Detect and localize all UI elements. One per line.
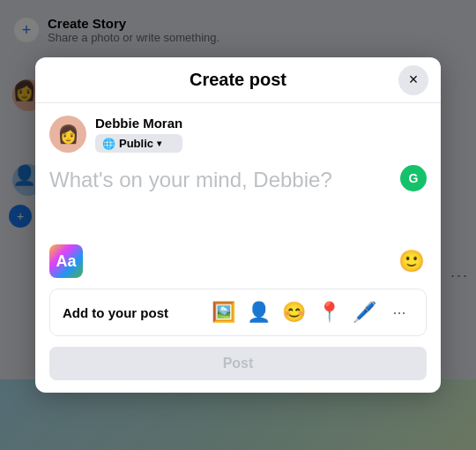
add-to-post-bar: Add to your post 🖼️ 👤 😊 📍 🖊 — [49, 289, 427, 336]
modal-title: Create post — [190, 70, 286, 90]
close-icon: × — [409, 71, 419, 89]
user-row: 👩 Debbie Moran 🌐 Public ▾ — [49, 116, 427, 153]
privacy-label: Public — [119, 137, 153, 150]
user-info: Debbie Moran 🌐 Public ▾ — [95, 116, 182, 153]
bottom-icons-row: Aa 🙂 — [49, 244, 427, 278]
post-input-area: What's on your mind, Debbie? G — [49, 165, 427, 236]
modal-header: Create post × — [35, 57, 441, 103]
tag-people-button[interactable]: 👤 — [244, 298, 272, 326]
feeling-icon: 😊 — [282, 301, 306, 324]
close-button[interactable]: × — [398, 65, 428, 95]
location-icon: 📍 — [317, 301, 341, 324]
globe-icon: 🌐 — [102, 138, 115, 150]
modal-overlay: Create post × 👩 Debbie Moran 🌐 Public ▾ — [0, 0, 476, 450]
text-format-button[interactable]: Aa — [49, 244, 83, 278]
post-button[interactable]: Post — [49, 347, 427, 380]
feeling-button[interactable]: 😊 — [279, 298, 308, 326]
grammarly-icon: G — [409, 171, 419, 185]
modal-body: 👩 Debbie Moran 🌐 Public ▾ What's on your… — [35, 103, 441, 393]
grammarly-button[interactable]: G — [400, 165, 427, 191]
emoji-button[interactable]: 🙂 — [397, 246, 427, 276]
more-options-button[interactable]: ··· — [385, 298, 413, 326]
chevron-down-icon: ▾ — [157, 139, 161, 148]
add-to-post-label: Add to your post — [63, 305, 168, 320]
photo-video-icon: 🖼️ — [212, 301, 235, 324]
text-format-icon: Aa — [49, 244, 83, 278]
pen-icon: 🖊️ — [353, 301, 376, 324]
text-format-label: Aa — [56, 252, 76, 271]
create-post-modal: Create post × 👩 Debbie Moran 🌐 Public ▾ — [35, 57, 441, 393]
user-name: Debbie Moran — [95, 116, 182, 131]
more-dots-icon: ··· — [392, 304, 405, 322]
photo-video-button[interactable]: 🖼️ — [209, 298, 237, 326]
avatar: 👩 — [49, 116, 86, 153]
post-input-placeholder[interactable]: What's on your mind, Debbie? — [49, 168, 332, 191]
emoji-icon: 🙂 — [398, 249, 425, 274]
tag-people-icon: 👤 — [247, 301, 271, 324]
location-button[interactable]: 📍 — [315, 298, 343, 326]
avatar-emoji: 👩 — [57, 124, 79, 145]
pen-button[interactable]: 🖊️ — [350, 298, 378, 326]
privacy-button[interactable]: 🌐 Public ▾ — [95, 134, 182, 153]
add-icons-container: 🖼️ 👤 😊 📍 🖊️ ··· — [209, 298, 413, 326]
